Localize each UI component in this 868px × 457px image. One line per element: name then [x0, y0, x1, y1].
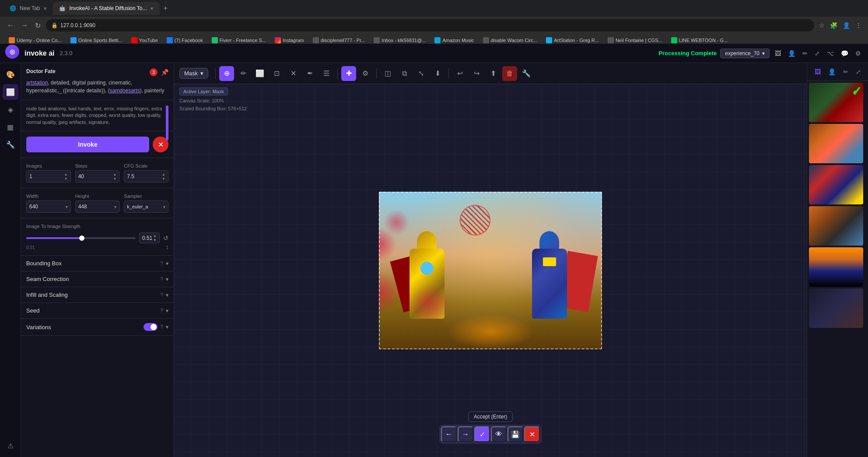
- mask-dropdown[interactable]: Mask ▾: [179, 68, 208, 79]
- strength-arrows[interactable]: ▲▼: [153, 234, 157, 242]
- bookmark-udemy[interactable]: Udemy - Online Co...: [5, 36, 65, 44]
- address-bar[interactable]: 🔒 127.0.0.1:9090: [46, 19, 814, 32]
- new-tab-button[interactable]: +: [160, 3, 171, 14]
- brush-tool-btn[interactable]: ✏: [236, 66, 251, 81]
- settings-tool-btn[interactable]: ⚙: [358, 66, 373, 81]
- steps-control[interactable]: 40 ▲▼: [75, 170, 120, 183]
- bookmark-webtoon[interactable]: LINE WEBTOON - G...: [668, 36, 732, 44]
- infill-scaling-help-icon[interactable]: ?: [160, 292, 163, 298]
- pen-tool-btn[interactable]: ✒: [302, 66, 317, 81]
- bookmark-neil[interactable]: Neil Fontaine | CGS...: [604, 36, 666, 44]
- reload-button[interactable]: ↻: [33, 20, 42, 32]
- experience-badge[interactable]: experience_70 ▾: [720, 49, 770, 58]
- discard-button[interactable]: ✕: [524, 426, 540, 442]
- gallery-thumb-6[interactable]: [809, 288, 863, 328]
- invoke-button[interactable]: Invoke: [26, 137, 149, 152]
- gallery-thumb-3[interactable]: [809, 165, 863, 204]
- download-tool-btn[interactable]: ⬇: [430, 66, 445, 81]
- undo-btn[interactable]: ↩: [452, 66, 467, 81]
- sidebar-btn-nodes[interactable]: ◈: [3, 102, 18, 117]
- width-control[interactable]: 640 ▾: [26, 200, 71, 213]
- images-arrows[interactable]: ▲▼: [64, 172, 68, 181]
- strength-slider[interactable]: [26, 237, 136, 239]
- bookmark-star-icon[interactable]: ☆: [818, 21, 826, 30]
- forward-button[interactable]: →: [19, 20, 30, 31]
- bookmark-sports[interactable]: Online Sports Betti...: [67, 36, 126, 44]
- strength-value-box[interactable]: 0.51 ▲▼: [139, 232, 160, 243]
- select-tool-btn[interactable]: ⊡: [269, 66, 284, 81]
- back-button[interactable]: ←: [5, 20, 16, 31]
- sidebar-btn-generate[interactable]: 🎨: [3, 67, 18, 82]
- infill-scaling-section[interactable]: Infill and Scaling ? ▾: [21, 287, 174, 303]
- bookmark-inbox[interactable]: Inbox - klk56831@...: [370, 36, 429, 44]
- sidebar-btn-bottom[interactable]: ⚠: [3, 438, 18, 453]
- expand-icon[interactable]: ⤢: [813, 48, 822, 59]
- save-canvas-btn[interactable]: ⬆: [486, 66, 500, 81]
- variations-section[interactable]: Variations ? ▾: [21, 319, 174, 336]
- seam-correction-help-icon[interactable]: ?: [160, 276, 163, 282]
- bookmark-fiverr[interactable]: Fiverr - Freelance S...: [208, 36, 270, 44]
- tab-close-1[interactable]: ✕: [43, 6, 47, 11]
- bounding-box-help-icon[interactable]: ?: [160, 260, 163, 267]
- gallery-thumb-5[interactable]: [809, 247, 863, 287]
- close-tool-btn[interactable]: ✕: [286, 66, 301, 81]
- profile-icon[interactable]: 👤: [841, 21, 851, 30]
- bookmark-youtube[interactable]: YouTube: [128, 36, 161, 44]
- resize-tool-btn[interactable]: ⤡: [413, 66, 428, 81]
- tab-close-2[interactable]: ✕: [150, 6, 154, 11]
- bookmark-artstation[interactable]: ArtStation - Greg R...: [542, 36, 602, 44]
- canvas-viewport[interactable]: Accept (Enter) ← → ✓ 👁 💾 ✕: [174, 84, 807, 457]
- strength-reset-icon[interactable]: ↺: [163, 235, 168, 242]
- redo-btn[interactable]: ↪: [469, 66, 484, 81]
- sidebar-btn-canvas[interactable]: ⬜: [3, 84, 18, 100]
- sampler-control[interactable]: k_euler_a ▾: [124, 200, 168, 213]
- duplicate-tool-btn[interactable]: ⧉: [397, 66, 412, 81]
- prev-button[interactable]: ←: [441, 426, 457, 442]
- sidebar-btn-models[interactable]: 🔧: [3, 137, 18, 152]
- github-icon[interactable]: ⌥: [825, 48, 836, 59]
- discord-icon[interactable]: 💬: [839, 48, 850, 59]
- clear-btn[interactable]: 🗑: [502, 66, 517, 81]
- bookmark-amazon[interactable]: Amazon Music: [431, 36, 477, 44]
- layer-tool-btn[interactable]: ◫: [380, 66, 395, 81]
- bookmark-facebook[interactable]: (7) Facebook: [163, 36, 206, 44]
- variations-toggle[interactable]: [144, 323, 158, 331]
- cfg-control[interactable]: 7.5 ▲▼: [124, 170, 168, 183]
- expand-view-icon[interactable]: ⤢: [854, 67, 863, 77]
- steps-arrows[interactable]: ▲▼: [113, 172, 116, 181]
- view-button[interactable]: 👁: [491, 426, 507, 442]
- edit-view-icon[interactable]: ✏: [841, 67, 850, 77]
- menu-icon[interactable]: ⋮: [854, 21, 863, 30]
- seam-correction-section[interactable]: Seam Correction ? ▾: [21, 271, 174, 287]
- seed-help-icon[interactable]: ?: [160, 308, 163, 314]
- gallery-thumb-2[interactable]: [809, 124, 863, 163]
- cfg-arrows[interactable]: ▲▼: [162, 172, 165, 181]
- bookmark-disciple[interactable]: discipleneil777 - Pr...: [309, 36, 369, 44]
- seed-section[interactable]: Seed ? ▾: [21, 303, 174, 319]
- negative-prompt-text[interactable]: nude bad anatomy, bad hands, text, error…: [26, 105, 168, 126]
- bookmark-instagram[interactable]: Instagram: [271, 36, 308, 44]
- list-tool-btn[interactable]: ☰: [319, 66, 334, 81]
- extensions-icon[interactable]: 🧩: [829, 21, 839, 30]
- bounding-box-section[interactable]: Bounding Box ? ▾: [21, 256, 174, 271]
- height-control[interactable]: 448 ▾: [75, 200, 120, 213]
- images-control[interactable]: 1 ▲▼: [26, 170, 71, 183]
- user-icon[interactable]: 👤: [786, 48, 797, 59]
- confirm-button[interactable]: ✓: [474, 426, 490, 442]
- settings-gear-icon[interactable]: ⚙: [854, 48, 863, 59]
- tab-invoke[interactable]: 🤖 InvokeAI - A Stable Diffusion To... ✕: [53, 2, 160, 15]
- move-tool-btn[interactable]: ⊕: [219, 66, 234, 81]
- tab-new-tab[interactable]: 🌐 New Tab ✕: [4, 2, 53, 15]
- gallery-icon[interactable]: 🖼: [773, 48, 783, 59]
- next-button[interactable]: →: [458, 426, 473, 442]
- edit-icon[interactable]: ✏: [801, 48, 809, 59]
- eraser-tool-btn[interactable]: ⬜: [252, 66, 267, 81]
- positive-prompt-text[interactable]: artstation, detailed, digital painting, …: [26, 79, 168, 95]
- gallery-thumb-1[interactable]: ✓: [809, 83, 863, 122]
- gallery-view-icon[interactable]: 🖼: [813, 67, 822, 77]
- bookmark-wacom[interactable]: disable Wacom Circ...: [480, 36, 541, 44]
- user-view-icon[interactable]: 👤: [826, 67, 837, 77]
- gallery-thumb-4[interactable]: [809, 206, 863, 246]
- pin-icon[interactable]: 📌: [161, 69, 168, 76]
- variations-help-icon[interactable]: ?: [160, 324, 163, 330]
